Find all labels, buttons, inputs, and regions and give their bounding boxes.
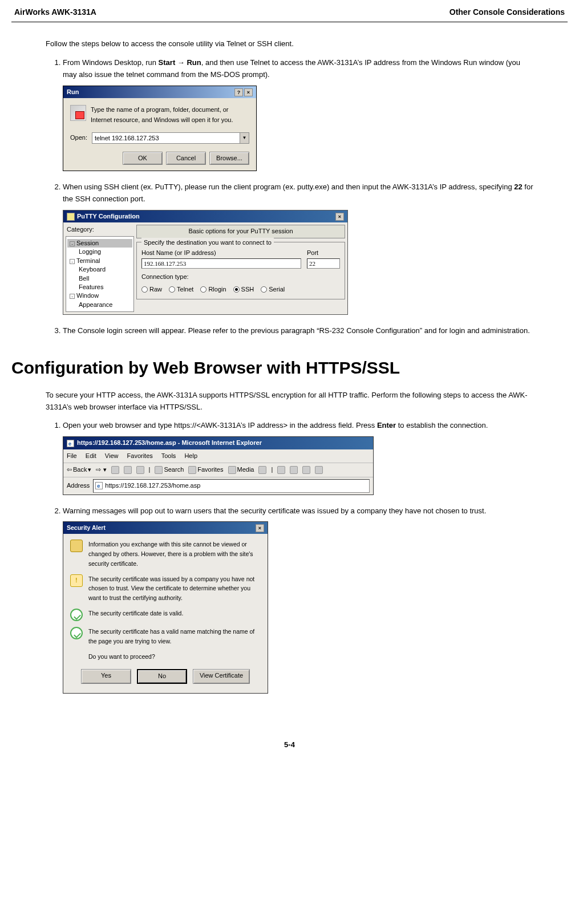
- step1-bold: Start → Run: [159, 58, 201, 67]
- page-icon: [95, 482, 103, 489]
- warning-icon: [70, 574, 83, 587]
- media-button[interactable]: Media: [228, 465, 254, 475]
- ie-menubar[interactable]: File Edit View Favorites Tools Help: [63, 449, 373, 464]
- radio-rlogin[interactable]: Rlogin: [200, 285, 226, 295]
- https-step-2: Warning messages will pop out to warn us…: [63, 505, 533, 694]
- step2-bold: 22: [514, 183, 522, 191]
- putty-banner: Basic options for your PuTTY session: [136, 225, 345, 238]
- security-question: Do you want to proceed?: [88, 652, 261, 662]
- menu-favorites[interactable]: Favorites: [127, 452, 153, 459]
- page-number: 5-4: [11, 739, 568, 751]
- radio-telnet[interactable]: Telnet: [169, 285, 193, 295]
- forward-button[interactable]: ⇨ ▾: [96, 465, 106, 475]
- chevron-down-icon[interactable]: ▼: [240, 133, 249, 143]
- tree-appearance[interactable]: Appearance: [67, 301, 132, 309]
- putty-icon: [67, 213, 75, 221]
- tree-logging[interactable]: Logging: [67, 248, 132, 256]
- tree-terminal[interactable]: -Terminal: [67, 257, 132, 265]
- hstep1-pre: Open your web browser and type https://<…: [63, 421, 377, 429]
- help-icon[interactable]: ?: [234, 88, 243, 96]
- history-icon[interactable]: [258, 466, 266, 474]
- section-heading: Configuration by Web Browser with HTTPS/…: [11, 354, 533, 382]
- security-ok2-text: The security certificate has a valid nam…: [88, 627, 261, 646]
- close-icon[interactable]: ×: [244, 88, 253, 96]
- close-icon[interactable]: ×: [256, 524, 264, 532]
- ie-toolbar: ⇦ Back ▾ ⇨ ▾ | Search Favorites Media |: [63, 463, 373, 477]
- category-label: Category:: [66, 225, 134, 236]
- step-3: The Console login screen will appear. Pl…: [63, 325, 533, 337]
- view-certificate-button[interactable]: View Certificate: [193, 669, 250, 684]
- radio-serial[interactable]: Serial: [261, 285, 285, 295]
- home-icon[interactable]: [136, 466, 144, 474]
- lock-icon: [70, 540, 83, 552]
- tree-window[interactable]: -Window: [67, 291, 132, 300]
- security-title-text: Security Alert: [67, 523, 106, 533]
- security-info-text: Information you exchange with this site …: [88, 540, 261, 568]
- menu-edit[interactable]: Edit: [86, 452, 96, 459]
- ie-title-text: https://192.168.127.253/home.asp - Micro…: [77, 438, 262, 448]
- search-button[interactable]: Search: [155, 465, 184, 475]
- radio-raw[interactable]: Raw: [141, 285, 162, 295]
- security-alert-dialog: Security Alert × Information you exchang…: [63, 521, 268, 694]
- step1-pre: From Windows Desktop, run: [63, 58, 159, 67]
- tree-keyboard[interactable]: Keyboard: [67, 265, 132, 274]
- stop-icon[interactable]: [111, 466, 119, 474]
- close-icon[interactable]: ×: [335, 213, 344, 221]
- open-label: Open:: [70, 133, 87, 143]
- menu-tools[interactable]: Tools: [161, 452, 176, 459]
- destination-group: Specify the destination you want to conn…: [136, 242, 345, 299]
- open-combo[interactable]: ▼: [92, 132, 249, 144]
- menu-view[interactable]: View: [105, 452, 119, 459]
- putty-titlebar: PuTTY Configuration ×: [63, 210, 347, 223]
- step-1: From Windows Desktop, run Start → Run, a…: [63, 57, 533, 171]
- step-2: When using SSH client (ex. PuTTY), pleas…: [63, 181, 533, 315]
- address-label: Address: [67, 481, 90, 491]
- run-icon: [70, 105, 86, 121]
- run-title-text: Run: [67, 87, 79, 98]
- check-icon: [70, 609, 83, 621]
- security-ok1-text: The security certificate date is valid.: [88, 609, 183, 618]
- conn-type-label: Connection type:: [141, 272, 340, 282]
- tree-features[interactable]: Features: [67, 283, 132, 291]
- edit-icon[interactable]: [302, 466, 310, 474]
- ok-button[interactable]: OK: [123, 152, 163, 165]
- print-icon[interactable]: [290, 466, 298, 474]
- host-input[interactable]: [141, 258, 301, 269]
- port-input[interactable]: [307, 258, 340, 269]
- putty-title-text: PuTTY Configuration: [77, 212, 140, 222]
- run-titlebar: Run ? ×: [63, 86, 256, 99]
- radio-ssh[interactable]: SSH: [233, 285, 254, 295]
- header-left: AirWorks AWK-3131A: [14, 6, 96, 18]
- ie-icon: [67, 440, 74, 447]
- putty-dialog: PuTTY Configuration × Category: -Session…: [63, 210, 348, 315]
- hstep1-post: to establish the connection.: [396, 421, 488, 429]
- yes-button[interactable]: Yes: [81, 669, 131, 684]
- port-label: Port: [307, 248, 340, 258]
- run-desc: Type the name of a program, folder, docu…: [91, 105, 249, 125]
- cancel-button[interactable]: Cancel: [166, 152, 206, 165]
- tree-bell[interactable]: Bell: [67, 274, 132, 283]
- refresh-icon[interactable]: [124, 466, 132, 474]
- favorites-button[interactable]: Favorites: [188, 465, 223, 475]
- discuss-icon[interactable]: [315, 466, 323, 474]
- menu-help[interactable]: Help: [184, 452, 197, 459]
- mail-icon[interactable]: [277, 466, 285, 474]
- back-button[interactable]: ⇦ Back ▾: [67, 465, 91, 475]
- intro-text: Follow the steps below to access the con…: [46, 38, 533, 50]
- security-warn-text: The security certificate was issued by a…: [88, 574, 261, 603]
- no-button[interactable]: No: [137, 669, 187, 684]
- menu-file[interactable]: File: [67, 452, 77, 459]
- open-input[interactable]: [92, 133, 240, 143]
- hstep2-text: Warning messages will pop out to warn us…: [63, 506, 486, 515]
- category-tree[interactable]: -Session Logging -Terminal Keyboard Bell…: [66, 236, 134, 312]
- run-dialog: Run ? × Type the name of a program, fold…: [63, 86, 257, 171]
- tree-session[interactable]: -Session: [67, 239, 132, 248]
- https-step-1: Open your web browser and type https://<…: [63, 420, 533, 495]
- browse-button[interactable]: Browse...: [209, 152, 249, 165]
- address-url[interactable]: https://192.168.127.253/home.asp: [105, 481, 200, 491]
- host-label: Host Name (or IP address): [141, 248, 301, 258]
- step2-pre: When using SSH client (ex. PuTTY), pleas…: [63, 183, 514, 191]
- address-bar[interactable]: https://192.168.127.253/home.asp: [93, 479, 370, 493]
- header-right: Other Console Considerations: [450, 6, 565, 18]
- https-intro: To secure your HTTP access, the AWK-3131…: [46, 390, 533, 414]
